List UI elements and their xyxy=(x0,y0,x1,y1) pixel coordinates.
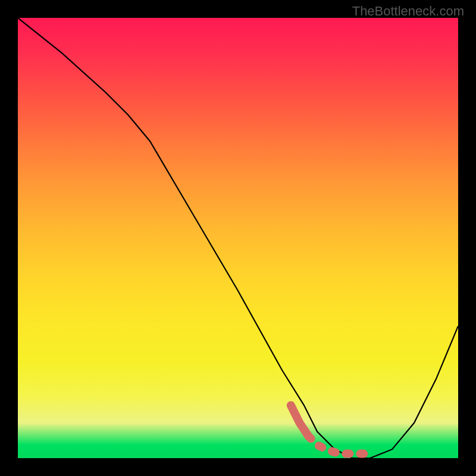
chart-svg xyxy=(18,18,458,458)
plot-area xyxy=(18,18,458,458)
main-curve xyxy=(18,18,458,458)
watermark-text: TheBottleneck.com xyxy=(352,4,464,19)
dashed-marker xyxy=(308,436,365,454)
